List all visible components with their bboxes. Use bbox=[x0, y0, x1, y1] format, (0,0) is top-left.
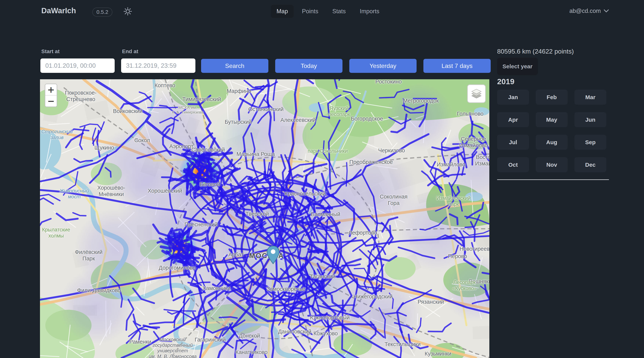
month-button-apr[interactable]: Apr bbox=[497, 112, 529, 127]
map-label: Богородское bbox=[351, 115, 383, 122]
month-button-jun[interactable]: Jun bbox=[574, 112, 606, 127]
map-label: Бутырский bbox=[225, 119, 252, 125]
map-label: Марфино bbox=[227, 88, 251, 94]
map-label: МСХА им. К. А. Тимирязева bbox=[172, 105, 203, 115]
map-label: Таганский bbox=[310, 273, 335, 280]
map-label: Савёловский bbox=[192, 147, 225, 153]
quick-filter-buttons: Search Today Yesterday Last 7 days bbox=[201, 59, 491, 73]
map-label: Черкизово bbox=[378, 147, 405, 154]
map-label: Ростокино bbox=[376, 79, 402, 85]
map-label: Московский государственный университет и… bbox=[149, 337, 197, 358]
month-button-mar[interactable]: Mar bbox=[574, 90, 606, 105]
month-button-feb[interactable]: Feb bbox=[536, 90, 568, 105]
month-button-dec[interactable]: Dec bbox=[574, 157, 606, 172]
map-label: Перово bbox=[448, 253, 467, 259]
month-grid: Jan Feb Mar Apr May Jun Jul Aug Sep Oct … bbox=[497, 90, 606, 172]
map-label: Дорогомилово bbox=[159, 265, 196, 271]
map-label: Тимирязевский bbox=[182, 96, 221, 102]
map-label: Хорошёво- Мнёвники bbox=[97, 184, 125, 197]
month-button-sep[interactable]: Sep bbox=[574, 135, 606, 150]
map-label: парк Сокольники bbox=[308, 148, 348, 154]
map-label: Тверской bbox=[246, 211, 269, 217]
start-at-input[interactable] bbox=[40, 58, 115, 73]
map-label: Красносельский bbox=[284, 190, 326, 197]
map-label: Замоскворечье bbox=[266, 286, 306, 292]
map-label: Соколиная Гора bbox=[380, 193, 408, 206]
month-button-oct[interactable]: Oct bbox=[497, 157, 529, 172]
month-button-may[interactable]: May bbox=[536, 112, 568, 127]
map-label: Канатчиково bbox=[236, 349, 268, 355]
zoom-in-button[interactable]: + bbox=[45, 84, 57, 95]
map-labels-layer: КоптевоПокровское- СтрешневоМарфиноТимир… bbox=[40, 79, 489, 358]
map-label: Кожухово bbox=[314, 330, 338, 337]
map-label: Даниловский bbox=[278, 328, 312, 335]
map-label: Фили-Давыдково bbox=[77, 287, 121, 294]
map-label: Лефортово bbox=[348, 229, 377, 236]
map-label: Яузский лесопарк bbox=[328, 105, 350, 118]
map-label: Хорошёвский bbox=[148, 187, 182, 194]
distance-summary: 80595.6 km (24622 points) bbox=[497, 48, 574, 55]
month-button-jan[interactable]: Jan bbox=[497, 90, 529, 105]
map-label: Пресненский bbox=[184, 221, 218, 228]
map-label: Лесопарк «Кусково» bbox=[452, 279, 477, 292]
map-label: Рязанский bbox=[418, 299, 444, 305]
theme-toggle-button[interactable] bbox=[123, 6, 133, 16]
end-at-input[interactable] bbox=[121, 58, 196, 73]
last-7-days-button[interactable]: Last 7 days bbox=[424, 59, 491, 73]
tab-map[interactable]: Map bbox=[271, 5, 294, 18]
yesterday-button[interactable]: Yesterday bbox=[349, 59, 416, 73]
map-label: Филёвский Парк bbox=[75, 249, 102, 262]
map-label: Алексеевский bbox=[280, 117, 316, 123]
start-at-label: Start at bbox=[41, 48, 60, 54]
map-label: Нижегородский bbox=[354, 293, 393, 300]
layers-control[interactable] bbox=[467, 84, 486, 103]
map-label: Басманный bbox=[311, 211, 340, 217]
map-label: Строгинский залив bbox=[42, 129, 73, 140]
map-label: Войковский bbox=[113, 108, 142, 114]
map[interactable]: КоптевоПокровское- СтрешневоМарфиноТимир… bbox=[40, 79, 489, 358]
end-at-label: End at bbox=[122, 48, 138, 54]
sidebar-divider bbox=[497, 179, 609, 180]
map-label: Марьина Роща bbox=[236, 151, 275, 157]
map-marker-pin[interactable] bbox=[266, 245, 280, 264]
map-zoom-control: + − bbox=[45, 84, 57, 107]
map-label: Измайлово bbox=[437, 161, 466, 168]
main-nav: Map Points Stats Imports bbox=[271, 5, 385, 18]
map-label: Щукино bbox=[94, 144, 114, 151]
layers-icon bbox=[471, 88, 482, 99]
map-label: Останкинский bbox=[248, 106, 284, 112]
select-year-button[interactable]: Select year bbox=[497, 58, 538, 75]
map-label: Донской bbox=[239, 333, 260, 339]
map-label: Беговой bbox=[200, 181, 220, 187]
map-label: Крылатские холмы bbox=[42, 227, 70, 239]
today-button[interactable]: Today bbox=[275, 59, 342, 73]
year-heading: 2019 bbox=[497, 77, 514, 86]
tab-stats[interactable]: Stats bbox=[326, 5, 352, 18]
map-label: Метрогородок bbox=[403, 97, 439, 104]
map-label: Хамовники bbox=[202, 285, 230, 291]
map-label: Гагаринский bbox=[195, 337, 226, 343]
map-label: Раменки bbox=[129, 339, 151, 345]
map-label: Покровское- Стрешнево bbox=[65, 89, 96, 102]
month-button-nov[interactable]: Nov bbox=[536, 157, 568, 172]
search-button[interactable]: Search bbox=[201, 59, 268, 73]
map-label: Текстильщики bbox=[384, 341, 420, 348]
map-label: Вешняки bbox=[469, 278, 489, 285]
chevron-down-icon bbox=[604, 9, 609, 12]
map-label: Восточное Измайлово bbox=[475, 154, 490, 167]
month-button-aug[interactable]: Aug bbox=[536, 135, 568, 150]
zoom-out-button[interactable]: − bbox=[45, 96, 57, 107]
user-email: ab@cd.com bbox=[569, 7, 601, 14]
map-label: Гольяново bbox=[457, 111, 484, 117]
map-label: Живописный мост bbox=[60, 188, 89, 199]
month-button-jul[interactable]: Jul bbox=[497, 135, 529, 150]
tab-points[interactable]: Points bbox=[296, 5, 324, 18]
user-menu[interactable]: ab@cd.com bbox=[569, 7, 609, 14]
dawarich-app: { "app": {"title": "DaWarIch", "version"… bbox=[0, 0, 644, 358]
tab-imports[interactable]: Imports bbox=[354, 5, 385, 18]
map-label: Арбат bbox=[228, 251, 244, 258]
map-label: Новогиреево bbox=[460, 246, 489, 252]
map-label: Коптево bbox=[154, 82, 175, 89]
app-logo[interactable]: DaWarIch bbox=[41, 6, 76, 15]
map-label: Преображенское bbox=[349, 159, 393, 165]
